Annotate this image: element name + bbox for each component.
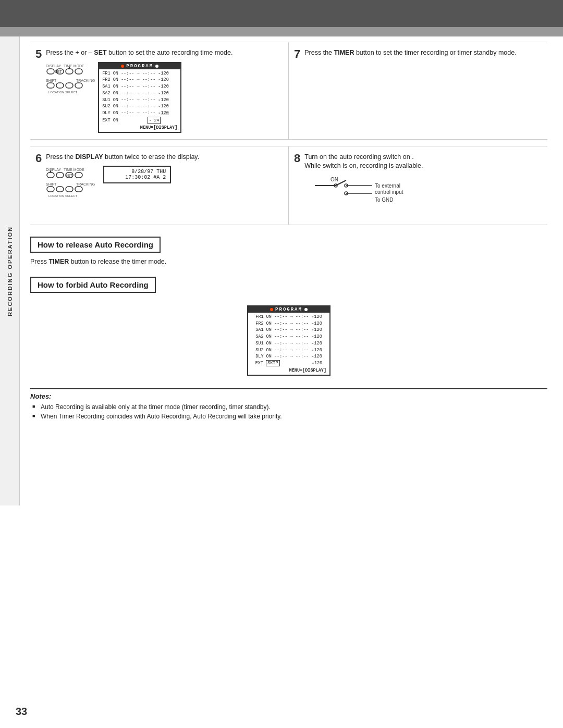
step-5-content: Press the + or – SET button to set the a… [46, 48, 232, 133]
prog-row-6: SU2 ON --:-- → --:-- ₌120 [102, 103, 177, 110]
program-box-5: PROGRAM FR1 ON --:-- → --:-- ₌120 FR2 ON… [98, 62, 181, 133]
forbid-prog-row-4: SA2 ON --:-- → --:-- ₌120 [251, 334, 326, 340]
top-header [0, 0, 563, 27]
forbid-program-box: PROGRAM FR1 ON --:-- → --:-- ₌120 FR2 ON… [247, 305, 331, 376]
svg-text:TIME MODE: TIME MODE [64, 64, 84, 68]
main-content: 5 Press the + or – SET button to set the… [20, 36, 563, 505]
svg-text:LOCATION SELECT: LOCATION SELECT [48, 91, 78, 94]
steps-grid-bottom: 6 Press the DISPLAY button twice to eras… [30, 146, 547, 225]
prog-row-4: SA2 ON --:-- → --:-- ₌120 [102, 90, 177, 97]
svg-rect-19 [56, 172, 64, 178]
step-6-text: Press the DISPLAY button twice to erase … [46, 153, 199, 162]
notes-title: Notes: [30, 392, 547, 400]
forbid-prog-header: PROGRAM [248, 306, 329, 313]
prog-row-8: EXT ON ₌ 24 [102, 117, 177, 124]
prog-row-3: SA1 ON --:-- → --:-- ₌120 [102, 83, 177, 90]
forbid-prog-row-5: SU1 ON --:-- → --:-- ₌120 [251, 340, 326, 347]
step-6-col: 6 Press the DISPLAY button twice to eras… [30, 146, 289, 225]
forbid-prog-dot-left [270, 308, 273, 311]
forbid-prog-row-8: EXT SKIP ₌120 [251, 360, 326, 367]
forbid-prog-row-2: FR2 ON --:-- → --:-- ₌120 [251, 320, 326, 327]
forbid-program-wrapper: PROGRAM FR1 ON --:-- → --:-- ₌120 FR2 ON… [30, 301, 547, 380]
step-8-col: 8 Turn on the auto recording switch on .… [289, 146, 547, 225]
step-7-col: 7 Press the TIMER button to set the time… [289, 42, 547, 139]
svg-rect-11 [56, 83, 64, 88]
svg-text:To GND: To GND [375, 197, 394, 203]
forbid-prog-row-7: DLY ON --:-- → --:-- ₌120 [251, 353, 326, 360]
step-7-text: Press the TIMER button to set the timer … [304, 48, 516, 58]
sidebar-label: RECORDING OPERATION [7, 226, 13, 316]
svg-text:LOCATION SELECT: LOCATION SELECT [48, 194, 78, 198]
sidebar: RECORDING OPERATION [0, 36, 20, 505]
forbid-prog-row-3: SA1 ON --:-- → --:-- ₌120 [251, 327, 326, 334]
svg-text:To external: To external [375, 183, 400, 189]
step-5-number: 5 [35, 48, 42, 60]
svg-text:SHIFT: SHIFT [46, 79, 57, 82]
svg-rect-10 [47, 83, 54, 88]
remote-svg-5: DISPLAY TIME MODE SET [46, 62, 98, 98]
prog-row-5: SU1 ON --:-- → --:-- ₌120 [102, 97, 177, 104]
svg-text:SHIFT: SHIFT [46, 182, 57, 186]
remote-svg-6: DISPLAY TIME MODE SET SHIFT TRACKI [46, 166, 98, 205]
forbid-prog-menu: MENU=[DISPLAY] [251, 368, 326, 373]
forbid-prog-row-6: SU2 ON --:-- → --:-- ₌120 [251, 347, 326, 354]
sub-header [0, 27, 563, 36]
svg-rect-13 [75, 83, 82, 88]
switch-svg: ON [304, 175, 419, 217]
svg-text:TRACKING: TRACKING [76, 79, 95, 82]
page-number: 33 [16, 706, 27, 718]
prog-row-1: FR1 ON --:-- → --:-- ₌120 [102, 70, 177, 77]
step-6-number: 6 [35, 153, 42, 164]
prog-dot-left [121, 65, 124, 68]
svg-text:TIME MODE: TIME MODE [64, 168, 84, 171]
svg-rect-2 [47, 69, 54, 74]
switch-diagram: ON [304, 175, 423, 218]
prog-dot-right [155, 65, 158, 68]
step-5-diagram: DISPLAY TIME MODE SET [46, 62, 232, 133]
step-8-content: Turn on the auto recording switch on . W… [304, 153, 423, 218]
svg-rect-6 [75, 69, 82, 74]
svg-text:DISPLAY: DISPLAY [46, 168, 61, 171]
date-display: 8/28/97 THU 17:30:02 #A 2 [103, 166, 171, 183]
svg-text:DISPLAY: DISPLAY [46, 64, 61, 68]
release-text: Press TIMER button to release the timer … [30, 258, 547, 265]
svg-rect-4 [66, 69, 73, 74]
release-title: How to release Auto Recording [30, 237, 161, 253]
svg-text:SET: SET [55, 70, 62, 73]
forbid-prog-row-1: FR1 ON --:-- → --:-- ₌120 [251, 314, 326, 320]
svg-rect-28 [75, 187, 82, 192]
step-7-content: Press the TIMER button to set the timer … [304, 48, 516, 62]
svg-rect-27 [66, 187, 73, 192]
notes-list: Auto Recording is available only at the … [30, 402, 547, 421]
svg-text:control input: control input [375, 189, 403, 195]
prog-row-7: DLY ON --:-- → --:-- ₌120 [102, 110, 177, 117]
prog-header-5: PROGRAM [99, 63, 180, 69]
release-section: How to release Auto Recording Press TIME… [30, 231, 547, 265]
forbid-section: How to forbid Auto Recording PROGRAM FR1… [30, 272, 547, 380]
step-5-text: Press the + or – SET button to set the a… [46, 48, 232, 58]
svg-rect-26 [56, 187, 64, 192]
note-item-2: When Timer Recording coincides with Auto… [32, 412, 547, 421]
svg-text:TRACKING: TRACKING [76, 182, 95, 186]
svg-rect-22 [75, 172, 82, 178]
prog-row-2: FR2 ON --:-- → --:-- ₌120 [102, 77, 177, 83]
step-8-text: Turn on the auto recording switch on . W… [304, 153, 423, 171]
step-6-diagram: DISPLAY TIME MODE SET SHIFT TRACKI [46, 166, 199, 205]
prog-menu-5: MENU=[DISPLAY] [102, 125, 177, 130]
svg-rect-25 [47, 187, 54, 192]
svg-rect-17 [47, 172, 54, 178]
on-label: ON [331, 177, 338, 182]
steps-grid-top: 5 Press the + or – SET button to set the… [30, 42, 547, 140]
step-5-col: 5 Press the + or – SET button to set the… [30, 42, 289, 139]
forbid-title: How to forbid Auto Recording [30, 277, 156, 293]
forbid-prog-dot-right [304, 308, 308, 311]
step-6-content: Press the DISPLAY button twice to erase … [46, 153, 199, 205]
step-8-number: 8 [294, 153, 300, 164]
notes-section: Notes: Auto Recording is available only … [30, 388, 547, 421]
step-7-number: 7 [294, 48, 300, 60]
note-item-1: Auto Recording is available only at the … [32, 402, 547, 412]
svg-rect-12 [66, 83, 73, 88]
svg-text:SET: SET [65, 174, 72, 177]
